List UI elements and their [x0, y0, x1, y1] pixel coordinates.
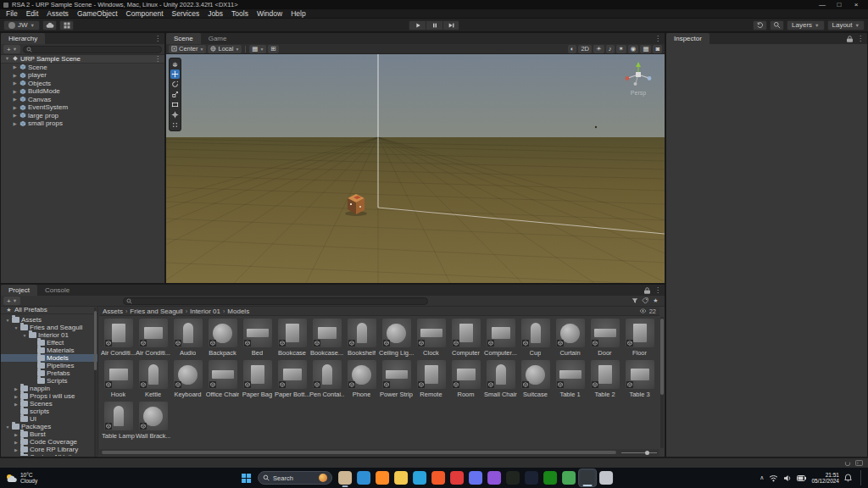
- tab-inspector[interactable]: Inspector: [666, 33, 709, 44]
- show-desktop-button[interactable]: [860, 470, 863, 485]
- camera-settings-dropdown[interactable]: ◙: [653, 45, 662, 53]
- folder-nappin[interactable]: ▶ nappin: [1, 385, 97, 392]
- folder-burst[interactable]: ▶ Burst: [1, 430, 97, 438]
- folder-scenes[interactable]: ▶ Scenes: [1, 400, 97, 408]
- layout-dropdown[interactable]: Layout ▼: [827, 20, 865, 30]
- folder-scripts[interactable]: scripts: [1, 408, 97, 415]
- menu-window[interactable]: Window: [253, 9, 287, 19]
- maximize-button[interactable]: □: [831, 0, 848, 9]
- hierarchy-item-objects[interactable]: ▶ Objects: [1, 80, 164, 88]
- expand-arrow-icon[interactable]: ▶: [12, 64, 18, 69]
- hierarchy-item-player[interactable]: ▶ player: [1, 71, 164, 80]
- tab-console[interactable]: Console: [37, 285, 77, 296]
- favorite-all-prefabs[interactable]: ★ All Prefabs: [1, 307, 97, 314]
- expand-arrow-icon[interactable]: ▶: [14, 455, 19, 457]
- undo-history-button[interactable]: [753, 20, 767, 30]
- app-unity-editor[interactable]: [578, 469, 597, 487]
- app-edge[interactable]: [354, 469, 373, 487]
- asset-bookcase-1[interactable]: Bookcase: [275, 319, 309, 360]
- content-scrollbar[interactable]: [660, 317, 664, 448]
- panel-menu-icon[interactable]: ⋮: [154, 33, 161, 44]
- folder-interior-01[interactable]: ▼ Interior 01: [1, 331, 97, 339]
- app-steam[interactable]: [522, 469, 541, 487]
- folder-materials[interactable]: Materials: [1, 347, 97, 354]
- folder-pipelines[interactable]: Pipelines: [1, 362, 97, 369]
- expand-arrow-icon[interactable]: ▶: [12, 73, 18, 78]
- app-settings[interactable]: [597, 469, 615, 487]
- tool-custom-editor-tools[interactable]: [170, 120, 180, 130]
- app-unity-hub[interactable]: [559, 469, 578, 487]
- asset-table-1[interactable]: Table 1: [553, 360, 587, 402]
- account-dropdown[interactable]: JW ▼: [3, 20, 40, 30]
- asset-paper-bottle[interactable]: Paper Bott...: [275, 360, 309, 402]
- hierarchy-item-small-props[interactable]: ▶ small props: [1, 119, 164, 128]
- app-discord[interactable]: [466, 469, 485, 487]
- hierarchy-item-buildmode[interactable]: ▶ BuildMode: [1, 87, 164, 96]
- menu-edit[interactable]: Edit: [22, 9, 43, 19]
- tab-hierarchy[interactable]: Hierarchy: [1, 33, 45, 44]
- app-opera[interactable]: [448, 469, 466, 487]
- hidden-icons-chevron[interactable]: ∧: [760, 474, 764, 481]
- cloud-button[interactable]: [42, 20, 57, 30]
- taskbar-clock[interactable]: 21:51 05/12/2024: [811, 472, 839, 485]
- global-search-button[interactable]: [770, 20, 784, 30]
- expand-arrow-icon[interactable]: ▶: [14, 447, 19, 452]
- asset-bed[interactable]: Bed: [240, 319, 275, 360]
- asset-bookshelf[interactable]: Bookshelf: [344, 319, 379, 360]
- grid-settings-dropdown[interactable]: ▦: [640, 45, 651, 53]
- folder-props-i-will-use[interactable]: ▶ Props i will use: [1, 392, 97, 400]
- app-twitch[interactable]: [485, 469, 504, 487]
- asset-curtain[interactable]: Curtain: [553, 319, 587, 360]
- tool-handle-rotation-dropdown[interactable]: Local ▼: [208, 45, 242, 53]
- tool-rotate[interactable]: [170, 80, 180, 89]
- notification-bell-icon[interactable]: [844, 474, 852, 482]
- taskbar-weather-widget[interactable]: 10°C Cloudy: [5, 472, 37, 485]
- draw-mode-dropdown[interactable]: ◐: [568, 45, 577, 53]
- asset-keyboard[interactable]: Keyboard: [170, 360, 205, 402]
- asset-hook[interactable]: Hook: [101, 360, 136, 402]
- tab-scene[interactable]: Scene: [166, 33, 201, 44]
- breadcrumb-assets[interactable]: ›Assets: [103, 308, 123, 315]
- project-search-input[interactable]: [135, 297, 425, 304]
- step-button[interactable]: [442, 20, 459, 30]
- volume-icon[interactable]: [783, 474, 792, 482]
- start-button[interactable]: [237, 469, 254, 486]
- scene-lighting-toggle[interactable]: ☀: [593, 45, 604, 53]
- asset-bookcase-2[interactable]: Bookcase...: [309, 319, 344, 360]
- folder-prefabs[interactable]: Prefabs: [1, 369, 97, 377]
- menu-tools[interactable]: Tools: [227, 9, 253, 19]
- layers-dropdown[interactable]: Layers ▼: [787, 20, 824, 30]
- asset-pen-container[interactable]: Pen Contai...: [309, 360, 344, 402]
- asset-phone[interactable]: Phone: [344, 360, 379, 402]
- scene-viewport[interactable]: Persp: [166, 54, 665, 283]
- folder-scripts-interior[interactable]: Scripts: [1, 377, 97, 385]
- tab-game[interactable]: Game: [201, 33, 235, 44]
- asset-air-conditioner-2[interactable]: Air Conditi...: [136, 319, 170, 360]
- app-brave[interactable]: [429, 469, 448, 487]
- tool-move[interactable]: [170, 69, 180, 79]
- breadcrumb-fries-and-seagull[interactable]: ›Fries and Seagull: [123, 308, 183, 315]
- folder-ui[interactable]: UI: [1, 415, 97, 423]
- 2d-toggle-button[interactable]: 2D: [578, 45, 592, 53]
- save-search-star-icon[interactable]: ★: [652, 297, 659, 304]
- hidden-packages-count[interactable]: 22: [649, 308, 656, 315]
- asset-computer-1[interactable]: Computer: [448, 319, 483, 360]
- snap-toggle-button[interactable]: ⊞: [268, 45, 278, 53]
- panel-menu-icon[interactable]: ⋮: [857, 33, 864, 44]
- asset-computer-2[interactable]: Computer...: [483, 319, 518, 360]
- folder-packages[interactable]: ▼ Packages: [1, 423, 97, 430]
- asset-suitcase[interactable]: Suitcase: [518, 360, 553, 402]
- asset-audio[interactable]: Audio: [170, 319, 205, 360]
- pause-button[interactable]: [426, 20, 442, 30]
- scene-root-row[interactable]: ▼ URP Sample Scene ⋮: [1, 55, 164, 64]
- scene-visibility-toggle[interactable]: ◉: [628, 45, 639, 53]
- expand-arrow-icon[interactable]: ▶: [14, 432, 19, 437]
- panel-menu-icon[interactable]: ⋮: [654, 33, 661, 44]
- app-firefox[interactable]: [373, 469, 392, 487]
- expand-arrow-icon[interactable]: ▶: [12, 89, 18, 94]
- hierarchy-item-scene[interactable]: ▶ Scene: [1, 64, 164, 72]
- lock-icon[interactable]: [847, 36, 853, 42]
- menu-file[interactable]: File: [2, 9, 22, 19]
- asset-door[interactable]: Door: [587, 319, 622, 360]
- asset-kettle[interactable]: Kettle: [136, 360, 170, 402]
